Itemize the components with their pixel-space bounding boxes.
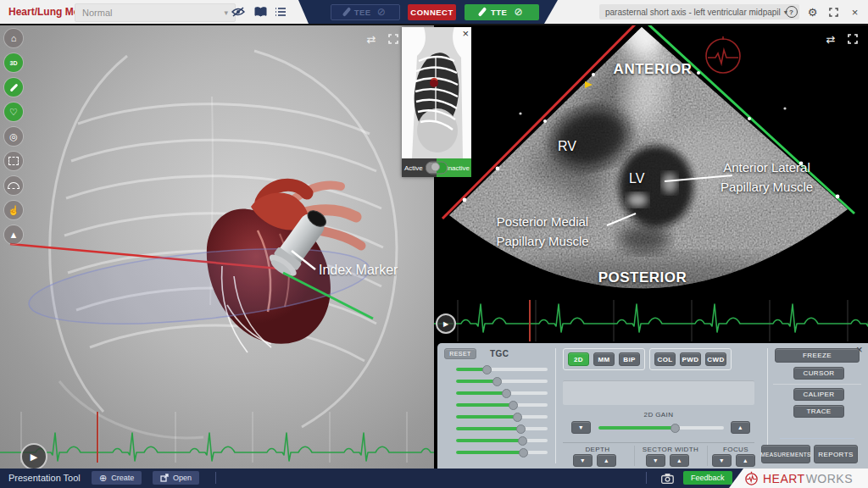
tgc-slider[interactable] — [446, 411, 549, 423]
doppler-col-button[interactable]: COL — [654, 352, 676, 366]
select-region-icon[interactable] — [4, 152, 23, 170]
mode-bip-button[interactable]: BiP — [619, 352, 640, 366]
view-dropdown[interactable]: parasternal short axis - left ventricula… — [599, 4, 799, 19]
play-button[interactable]: ▶ — [20, 443, 47, 469]
connect-button[interactable]: CONNECT — [408, 4, 456, 20]
anterior-lateral-papillary-label: Anterior LateralPapillary Muscle — [688, 158, 845, 197]
chevron-down-icon: ▾ — [224, 8, 228, 17]
cursor-button[interactable]: CURSOR — [793, 367, 844, 380]
tgc-sliders — [446, 363, 549, 458]
target-icon[interactable]: ◎ — [4, 127, 23, 146]
play-button[interactable]: ▶ — [436, 313, 456, 334]
cone-icon[interactable]: ▲ — [4, 225, 23, 244]
feedback-button[interactable]: Feedback — [683, 471, 732, 485]
create-button-label: Create — [111, 474, 134, 482]
close-icon[interactable]: × — [462, 27, 469, 40]
fullscreen-icon[interactable] — [846, 32, 860, 46]
screenshot-camera-icon[interactable] — [661, 474, 674, 484]
tgc-slider[interactable] — [446, 363, 549, 375]
depth-decrease-button[interactable]: ▾ — [573, 454, 593, 467]
model-dropdown[interactable]: Normal ▾ — [75, 3, 236, 22]
mode-mm-button[interactable]: MM — [593, 352, 615, 366]
toggle-knob[interactable] — [431, 163, 440, 172]
tgc-slider[interactable] — [446, 435, 549, 446]
reset-button[interactable]: RESET — [444, 348, 476, 359]
tgc-label: TGC — [490, 349, 509, 358]
rotate-3d-icon[interactable]: 3D — [4, 53, 23, 72]
open-button-label: Open — [173, 474, 192, 482]
tool-sidebar: ⌂ 3D ♡ ◎ ☝ ▲ — [2, 29, 25, 244]
tgc-slider[interactable] — [446, 387, 549, 399]
touch-icon[interactable]: ☝ — [4, 201, 23, 219]
gain-knob[interactable] — [670, 424, 680, 433]
sector-width-label: SECTOR WIDTH — [636, 446, 705, 453]
library-icon[interactable] — [253, 5, 268, 19]
freeze-button[interactable]: FREEZE — [775, 348, 860, 363]
list-icon[interactable] — [273, 5, 288, 19]
swap-view-icon[interactable]: ⇄ — [824, 32, 837, 46]
depth-increase-button[interactable]: ▴ — [597, 454, 616, 467]
torso-thumbnail-panel: × Active — [402, 27, 471, 177]
home-icon[interactable]: ⌂ — [4, 29, 23, 47]
fullscreen-icon[interactable] — [387, 32, 400, 46]
open-button[interactable]: Open — [153, 471, 199, 485]
sector-width-decrease-button[interactable]: ▾ — [646, 454, 665, 467]
imaging-control-panel: × RESET TGC 2D MM BiP COL PWD CWD 2D GAI… — [437, 343, 868, 469]
tee-button[interactable]: TEE ⊘ — [331, 4, 400, 20]
active-inactive-toggle[interactable]: Active Inactive — [402, 158, 471, 177]
visibility-off-icon[interactable] — [231, 5, 246, 19]
presentation-tool-label: Presentation Tool — [8, 473, 81, 483]
doppler-button-group: COL PWD CWD — [649, 348, 732, 370]
settings-gear-icon[interactable]: ⚙ — [806, 6, 819, 19]
tgc-slider[interactable] — [446, 399, 549, 411]
gain-label: 2D GAIN — [563, 411, 754, 419]
gain-increase-button[interactable]: ▴ — [731, 421, 750, 434]
sector-width-increase-button[interactable]: ▴ — [670, 454, 689, 467]
focus-decrease-button[interactable]: ▾ — [712, 454, 732, 467]
reports-button[interactable]: REPORTS — [814, 445, 858, 463]
ultrasound-pane[interactable]: ANTERIOR RV LV Anterior LateralPapillary… — [434, 25, 868, 469]
sector-dome-icon[interactable] — [4, 176, 23, 195]
focus-increase-button[interactable]: ▴ — [736, 454, 755, 467]
focus-label: FOCUS — [707, 446, 765, 453]
fullscreen-icon[interactable] — [827, 6, 840, 19]
model-dropdown-value: Normal — [82, 8, 112, 18]
tgc-slider[interactable] — [446, 446, 549, 458]
tgc-slider[interactable] — [446, 423, 549, 435]
heartworks-logo-icon — [744, 471, 759, 485]
index-marker-label: Index Marker — [319, 263, 398, 278]
top-bar: Heart/Lung Model Normal ▾ TEE ⊘ CONNECT — [0, 0, 868, 25]
swap-view-icon[interactable]: ⇄ — [364, 32, 378, 46]
rv-label: RV — [558, 139, 576, 154]
view-dropdown-value: parasternal short axis - left ventricula… — [605, 8, 781, 17]
bottom-bar: Presentation Tool ⊕ Create Open Feedback… — [0, 469, 868, 488]
probe-mode-bar: TEE ⊘ CONNECT TTE ⊘ — [298, 0, 558, 24]
help-icon[interactable]: ? — [785, 6, 798, 19]
probe-draw-icon[interactable] — [4, 78, 23, 97]
3d-scene — [0, 25, 434, 469]
doppler-cwd-button[interactable]: CWD — [705, 352, 726, 366]
ecg-trace-us — [434, 298, 868, 343]
brand-heart: HEART — [763, 472, 805, 485]
heart-outline-icon[interactable]: ♡ — [4, 103, 23, 121]
caliper-button[interactable]: CALIPER — [793, 388, 844, 401]
create-button[interactable]: ⊕ Create — [92, 471, 142, 485]
plus-circle-icon: ⊕ — [99, 473, 107, 484]
measurements-button[interactable]: MEASUREMENTS — [761, 445, 810, 463]
depth-label: DEPTH — [563, 446, 632, 453]
toggle-switch[interactable] — [426, 162, 448, 175]
tgc-slider[interactable] — [446, 375, 549, 387]
disabled-icon: ⊘ — [514, 6, 523, 18]
3d-viewer-pane[interactable]: Index Marker ⇄ ⌂ 3D ♡ ◎ ☝ ▲ ▶ — [0, 25, 434, 469]
doppler-pwd-button[interactable]: PWD — [680, 352, 701, 366]
close-icon[interactable]: × — [849, 6, 861, 19]
tte-button-label: TTE — [491, 8, 507, 17]
tte-button[interactable]: TTE ⊘ — [465, 4, 539, 20]
mode-2d-button[interactable]: 2D — [568, 352, 589, 366]
posterior-medial-papillary-label: Posterior MedialPapillary Muscle — [458, 212, 627, 252]
trace-button[interactable]: TRACE — [793, 405, 844, 418]
main-area: Index Marker ⇄ ⌂ 3D ♡ ◎ ☝ ▲ ▶ — [0, 25, 868, 469]
gain-slider[interactable] — [598, 426, 724, 430]
gain-decrease-button[interactable]: ▾ — [571, 421, 591, 434]
us-toolbar: ⇄ — [824, 32, 860, 46]
